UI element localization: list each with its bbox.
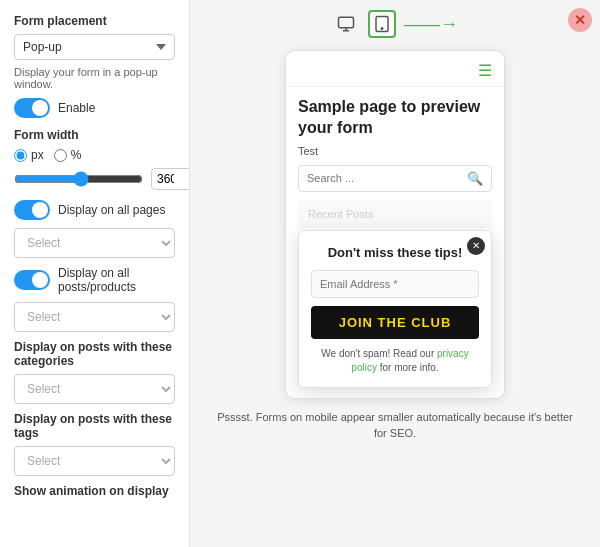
display-all-pages-label: Display on all pages: [58, 203, 165, 217]
bottom-note: Psssst. Forms on mobile appear smaller a…: [190, 409, 600, 442]
form-width-label: Form width: [14, 128, 175, 142]
enable-label: Enable: [58, 101, 95, 115]
popup-email-input[interactable]: [311, 270, 479, 298]
popup-privacy: We don't spam! Read our privacy policy f…: [311, 347, 479, 375]
display-all-pages-toggle[interactable]: [14, 200, 50, 220]
tablet-btn[interactable]: [368, 10, 396, 38]
popup-submit-button[interactable]: JOIN THE CLUB: [311, 306, 479, 339]
left-panel: Form placement Pop-up Inline Slide-in Di…: [0, 0, 190, 547]
popup-overlay: ✕ Don't miss these tips! JOIN THE CLUB W…: [298, 230, 492, 388]
display-all-posts-toggle[interactable]: [14, 270, 50, 290]
radio-percent-input[interactable]: [54, 149, 67, 162]
hamburger-icon: ☰: [298, 61, 492, 80]
categories-label: Display on posts with these categories: [14, 340, 175, 368]
tags-select[interactable]: Select: [14, 446, 175, 476]
right-panel: ✕ ——→ ☰ Sample page to preview your form: [190, 0, 600, 547]
width-number-input[interactable]: [151, 168, 190, 190]
all-pages-select[interactable]: Select: [14, 228, 175, 258]
svg-point-4: [381, 28, 383, 30]
partial-content: Recent Posts: [298, 200, 492, 228]
categories-select[interactable]: Select: [14, 374, 175, 404]
form-placement-label: Form placement: [14, 14, 175, 28]
form-width-section: Form width px %: [14, 128, 175, 190]
width-slider-row: [14, 168, 175, 190]
svg-rect-0: [339, 17, 354, 28]
search-icon: 🔍: [467, 171, 483, 186]
phone-content: Sample page to preview your form Test 🔍 …: [286, 87, 504, 398]
device-toolbar: ——→: [332, 10, 458, 38]
all-posts-select[interactable]: Select: [14, 302, 175, 332]
search-bar[interactable]: 🔍: [298, 165, 492, 192]
enable-toggle-row: Enable: [14, 98, 175, 118]
width-slider[interactable]: [14, 171, 143, 187]
phone-frame: ☰ Sample page to preview your form Test …: [285, 50, 505, 399]
display-all-posts-label: Display on all posts/products: [58, 266, 175, 294]
search-input[interactable]: [307, 172, 467, 184]
desktop-btn[interactable]: [332, 10, 360, 38]
enable-toggle[interactable]: [14, 98, 50, 118]
tags-label: Display on posts with these tags: [14, 412, 175, 440]
radio-px-input[interactable]: [14, 149, 27, 162]
phone-header: ☰: [286, 51, 504, 87]
arrow-indicator: ——→: [404, 14, 458, 35]
page-title: Sample page to preview your form: [298, 97, 492, 139]
width-radio-row: px %: [14, 148, 175, 162]
form-placement-select[interactable]: Pop-up Inline Slide-in: [14, 34, 175, 60]
display-all-pages-row: Display on all pages: [14, 200, 175, 220]
display-all-posts-row: Display on all posts/products: [14, 266, 175, 294]
animation-label: Show animation on display: [14, 484, 175, 498]
radio-px[interactable]: px: [14, 148, 44, 162]
page-subtitle: Test: [298, 145, 492, 157]
radio-percent[interactable]: %: [54, 148, 82, 162]
popup-close-button[interactable]: ✕: [467, 237, 485, 255]
form-placement-helper: Display your form in a pop-up window.: [14, 66, 175, 90]
popup-title: Don't miss these tips!: [311, 245, 479, 260]
popup-box: ✕ Don't miss these tips! JOIN THE CLUB W…: [298, 230, 492, 388]
close-button[interactable]: ✕: [568, 8, 592, 32]
